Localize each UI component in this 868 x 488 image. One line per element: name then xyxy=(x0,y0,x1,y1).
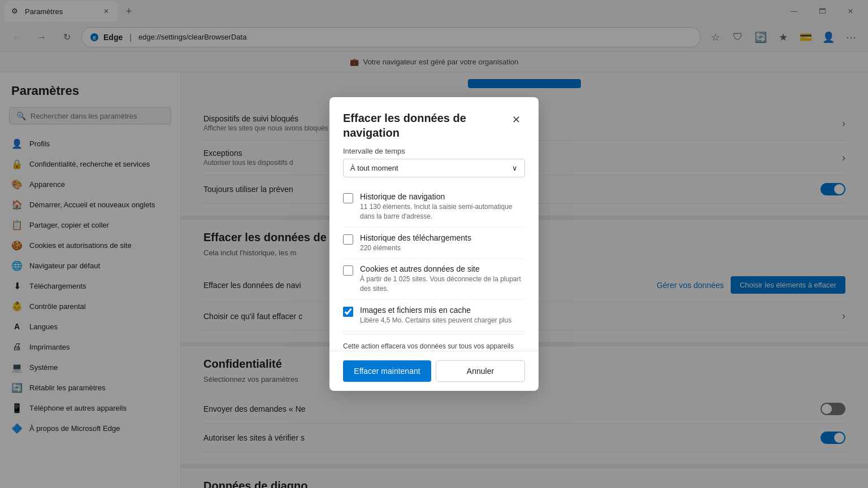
cache-desc: Libère 4,5 Mo. Certains sites peuvent ch… xyxy=(360,316,525,325)
modal-overlay: Effacer les données de navigation ✕ Inte… xyxy=(0,0,868,488)
sync-notice-text: Cette action effacera vos données sur to… xyxy=(343,342,522,351)
modal-footer: Effacer maintenant Annuler xyxy=(329,351,539,391)
modal-close-button[interactable]: ✕ xyxy=(507,111,525,129)
modal-header: Effacer les données de navigation ✕ xyxy=(329,97,539,147)
clear-data-modal: Effacer les données de navigation ✕ Inte… xyxy=(329,97,539,391)
historique-nav-title: Historique de navigation xyxy=(360,192,525,201)
checkbox-historique-nav: Historique de navigation 11 130 éléments… xyxy=(343,186,525,228)
time-select-dropdown[interactable]: À tout moment ∨ xyxy=(343,159,525,177)
historique-nav-desc: 11 130 éléments. Inclut la saisie semi-a… xyxy=(360,202,525,221)
clear-now-button[interactable]: Effacer maintenant xyxy=(343,360,431,382)
historique-dl-title: Historique des téléchargements xyxy=(360,233,525,242)
cancel-button[interactable]: Annuler xyxy=(436,360,525,382)
cache-title: Images et fichiers mis en cache xyxy=(360,306,525,315)
dropdown-chevron-icon: ∨ xyxy=(512,164,518,172)
checkbox-cookies: Cookies et autres données de site À part… xyxy=(343,259,525,300)
time-value: À tout moment xyxy=(350,164,398,172)
checkbox-cache: Images et fichiers mis en cache Libère 4… xyxy=(343,300,525,332)
cookies-title: Cookies et autres données de site xyxy=(360,264,525,273)
modal-title: Effacer les données de navigation xyxy=(343,111,507,140)
time-label: Intervalle de temps xyxy=(343,147,525,155)
historique-nav-checkbox[interactable] xyxy=(343,193,353,203)
historique-dl-checkbox[interactable] xyxy=(343,234,353,245)
cookies-checkbox[interactable] xyxy=(343,265,353,276)
modal-body: Intervalle de temps À tout moment ∨ Hist… xyxy=(329,147,539,351)
cookies-desc: À partir de 1 025 sites. Vous déconnecte… xyxy=(360,274,525,294)
sync-notice: Cette action effacera vos données sur to… xyxy=(343,334,525,351)
historique-dl-desc: 220 éléments xyxy=(360,243,525,253)
cache-checkbox[interactable] xyxy=(343,307,353,317)
checkbox-historique-dl: Historique des téléchargements 220 éléme… xyxy=(343,228,525,259)
